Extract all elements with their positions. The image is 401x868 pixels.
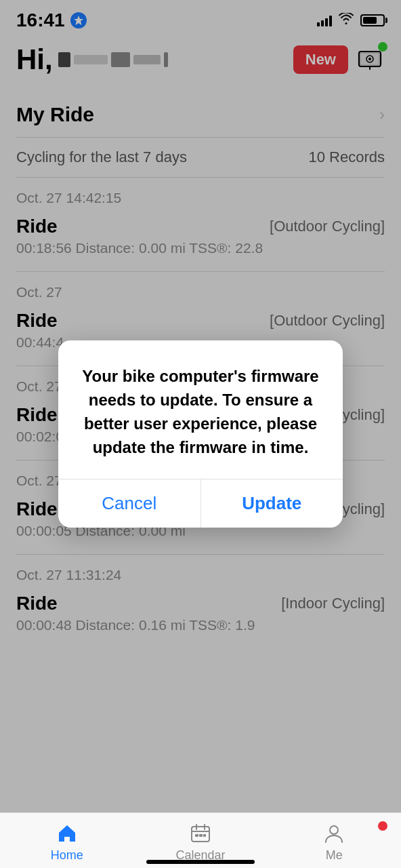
home-icon [55,821,79,846]
dialog-overlay: Your bike computer's firmware needs to u… [0,0,401,868]
calendar-icon [188,821,213,846]
tab-me-label: Me [326,848,343,863]
me-icon [322,821,346,846]
svg-rect-9 [195,834,198,837]
me-notification-dot [378,821,387,831]
svg-rect-10 [199,834,203,837]
dialog-actions: Cancel Update [58,479,343,528]
svg-rect-11 [203,834,206,837]
dialog-body: Your bike computer's firmware needs to u… [58,340,343,478]
svg-point-12 [330,826,338,834]
tab-home-label: Home [51,848,83,863]
home-bar [146,860,255,864]
dialog-message: Your bike computer's firmware needs to u… [77,365,324,459]
firmware-dialog: Your bike computer's firmware needs to u… [58,340,343,527]
tab-me[interactable]: Me [268,821,401,868]
update-button[interactable]: Update [201,479,343,528]
tab-home[interactable]: Home [0,821,133,868]
cancel-button[interactable]: Cancel [58,479,201,528]
